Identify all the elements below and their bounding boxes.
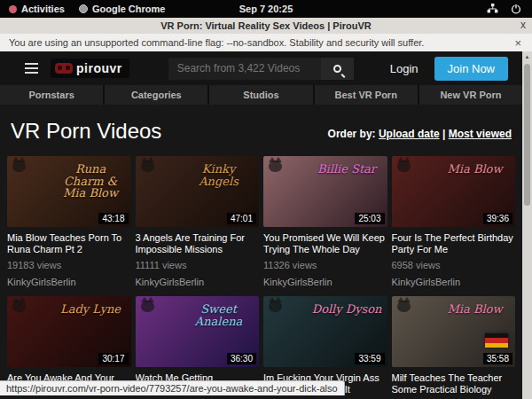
order-separator: | — [442, 128, 445, 140]
page-head: VR Porn Videos Order by: Upload date | M… — [0, 105, 522, 144]
nav-item-best-vr-porn[interactable]: Best VR Porn — [315, 85, 418, 105]
video-views: 11111 views — [136, 260, 260, 271]
studio-watermark-icon — [397, 301, 411, 312]
vr-goggles-icon — [55, 63, 73, 74]
logo-text: pirouvr — [76, 61, 122, 75]
scrollbar-up-arrow-icon[interactable]: ▲ — [522, 54, 532, 59]
video-thumbnail[interactable]: Runa Charm & Mia Blow 43:18 — [7, 156, 131, 227]
video-card: Mia Blow 39:36 Four Is The Perfect Birth… — [392, 156, 516, 288]
video-grid: Runa Charm & Mia Blow 43:18 Mia Blow Tea… — [0, 144, 522, 399]
nav-item-new-vr-porn[interactable]: New VR Porn — [419, 85, 522, 105]
video-title-link[interactable]: 3 Angels Are Training For Impossible Mis… — [136, 232, 260, 255]
tab-title: VR Porn: Virtual Reality Sex Videos | Pi… — [160, 20, 371, 31]
site-logo[interactable]: pirouvr — [51, 59, 129, 78]
thumbnail-overlay-title: Kinky Angels — [183, 163, 254, 187]
chrome-icon — [79, 4, 88, 13]
video-title-link[interactable]: You Promised We Will Keep Trying The Who… — [263, 232, 387, 255]
activities-label: Activities — [21, 4, 65, 14]
video-views: 19183 views — [7, 260, 131, 271]
order-by-label: Order by: — [328, 128, 376, 140]
video-card: Kinky Angels 47:01 3 Angels Are Training… — [136, 156, 260, 288]
thumbnail-overlay-title: Mia Blow — [439, 303, 511, 316]
video-card: Mia Blow 35:58 Milf Teaches The Teacher … — [392, 296, 516, 399]
search-button[interactable] — [321, 58, 354, 80]
video-thumbnail[interactable]: Mia Blow 39:36 — [392, 156, 516, 227]
page-viewport: pirouvr Login Join Now Pornstars Categor… — [0, 51, 522, 399]
video-views: 6958 views — [392, 260, 516, 271]
german-flag-icon — [485, 333, 508, 348]
studio-link[interactable]: KinkyGirlsBerlin — [136, 277, 260, 288]
site-header: pirouvr Login Join Now — [0, 51, 522, 85]
studio-watermark-icon — [141, 160, 154, 172]
focused-app-label: Google Chrome — [92, 4, 166, 14]
studio-link[interactable]: KinkyGirlsBerlin — [7, 277, 131, 288]
duration-badge: 43:18 — [98, 213, 128, 224]
studio-watermark-icon — [12, 301, 26, 312]
thumbnail-overlay-title: Mia Blow — [439, 163, 511, 176]
order-link-upload-date[interactable]: Upload date — [379, 128, 440, 140]
video-title-link[interactable]: Mia Blow Teaches Porn To Runa Charm Pt 2 — [7, 232, 131, 255]
studio-watermark-icon — [141, 301, 154, 312]
activities-icon — [9, 5, 17, 13]
nav-item-studios[interactable]: Studios — [209, 85, 312, 105]
video-thumbnail[interactable]: Sweet Analena 36:30 — [136, 296, 260, 367]
studio-watermark-icon — [397, 160, 411, 172]
order-by: Order by: Upload date | Most viewed — [328, 128, 512, 144]
power-icon[interactable] — [511, 4, 521, 14]
browser-title-bar: VR Porn: Virtual Reality Sex Videos | Pi… — [0, 18, 532, 34]
warning-infobar: You are using an unsupported command-lin… — [0, 34, 532, 51]
warning-close-icon[interactable]: × — [514, 36, 521, 50]
window-close-icon[interactable]: x — [520, 19, 526, 31]
duration-badge: 35:58 — [483, 353, 512, 364]
nav-item-categories[interactable]: Categories — [105, 85, 207, 105]
activities-button[interactable]: Activities — [9, 4, 65, 14]
duration-badge: 36:30 — [227, 353, 256, 364]
duration-badge: 30:17 — [98, 353, 128, 364]
duration-badge: 39:36 — [483, 213, 512, 224]
search-icon — [333, 65, 341, 73]
focused-app-menu[interactable]: Google Chrome — [79, 4, 166, 14]
search-input[interactable] — [168, 58, 321, 80]
studio-link[interactable]: KinkyGirlsBerlin — [392, 277, 516, 288]
duration-badge: 33:59 — [355, 353, 384, 364]
status-url-bubble: https://pirouvr.com/vr-porn-video/779325… — [0, 380, 345, 395]
thumbnail-overlay-title: Billie Star — [311, 163, 383, 176]
screen: Activities Google Chrome Sep 7 20:25 V — [0, 0, 532, 399]
scrollbar-thumb[interactable] — [524, 64, 530, 206]
studio-watermark-icon — [269, 301, 282, 312]
thumbnail-overlay-title: Dolly Dyson — [311, 303, 383, 316]
warning-text: You are using an unsupported command-lin… — [0, 37, 424, 48]
duration-badge: 25:03 — [355, 213, 384, 224]
studio-watermark-icon — [12, 160, 26, 172]
hamburger-menu-icon[interactable] — [25, 63, 38, 74]
system-top-bar: Activities Google Chrome Sep 7 20:25 — [0, 0, 532, 18]
order-link-most-viewed[interactable]: Most viewed — [449, 128, 512, 140]
network-icon[interactable] — [487, 4, 498, 14]
video-thumbnail[interactable]: Billie Star 25:03 — [263, 156, 387, 227]
video-views: 11326 views — [263, 260, 387, 271]
video-thumbnail[interactable]: Mia Blow 35:58 — [392, 296, 516, 367]
video-card: Runa Charm & Mia Blow 43:18 Mia Blow Tea… — [7, 156, 131, 288]
search-group — [168, 58, 354, 80]
video-card: Billie Star 25:03 You Promised We Will K… — [263, 156, 387, 288]
video-thumbnail[interactable]: Lady Lyne 30:17 — [7, 296, 131, 367]
studio-link[interactable]: KinkyGirlsBerlin — [263, 277, 387, 288]
thumbnail-overlay-title: Sweet Analena — [183, 303, 254, 327]
video-title-link[interactable]: Milf Teaches The Teacher Some Practical … — [392, 372, 516, 395]
page-title: VR Porn Videos — [11, 119, 161, 144]
login-link[interactable]: Login — [390, 62, 419, 75]
video-title-link[interactable]: Four Is The Perfect Birthday Party For M… — [392, 232, 516, 255]
video-thumbnail[interactable]: Kinky Angels 47:01 — [136, 156, 260, 227]
thumbnail-overlay-title: Runa Charm & Mia Blow — [55, 163, 127, 200]
studio-watermark-icon — [269, 160, 282, 172]
join-now-button[interactable]: Join Now — [434, 57, 508, 81]
video-thumbnail[interactable]: Dolly Dyson 33:59 — [263, 296, 387, 367]
thumbnail-overlay-title: Lady Lyne — [55, 303, 127, 316]
page-scrollbar[interactable]: ▲ — [522, 51, 532, 399]
nav-item-pornstars[interactable]: Pornstars — [0, 85, 103, 105]
duration-badge: 47:01 — [227, 213, 256, 224]
main-nav: Pornstars Categories Studios Best VR Por… — [0, 85, 522, 105]
